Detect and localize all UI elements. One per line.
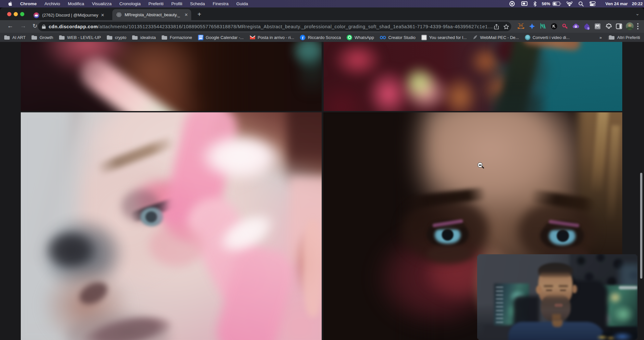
svg-text:5: 5 <box>588 27 589 30</box>
